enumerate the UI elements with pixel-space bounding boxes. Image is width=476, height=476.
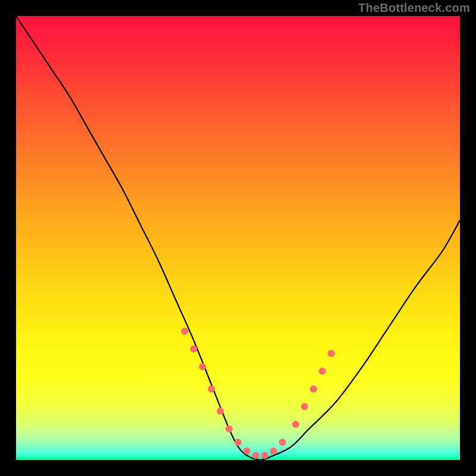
data-marker (208, 386, 215, 393)
data-marker (234, 439, 242, 446)
data-marker (199, 363, 206, 370)
chart-frame: TheBottleneck.com (0, 0, 476, 476)
data-marker (226, 425, 233, 433)
curve-path (16, 16, 460, 460)
data-marker (319, 368, 326, 375)
data-marker (270, 447, 277, 455)
data-marker (310, 386, 317, 393)
data-marker (301, 403, 308, 410)
data-marker (181, 328, 188, 335)
bottleneck-curve (16, 16, 460, 460)
plot-area (16, 16, 460, 460)
data-marker (243, 447, 250, 455)
data-marker (328, 350, 335, 357)
data-marker (252, 452, 259, 459)
data-marker (279, 439, 286, 446)
data-marker (190, 346, 197, 353)
data-markers (181, 328, 334, 459)
data-marker (292, 421, 299, 428)
data-marker (261, 452, 268, 459)
watermark-text: TheBottleneck.com (358, 1, 470, 15)
data-marker (217, 408, 224, 415)
